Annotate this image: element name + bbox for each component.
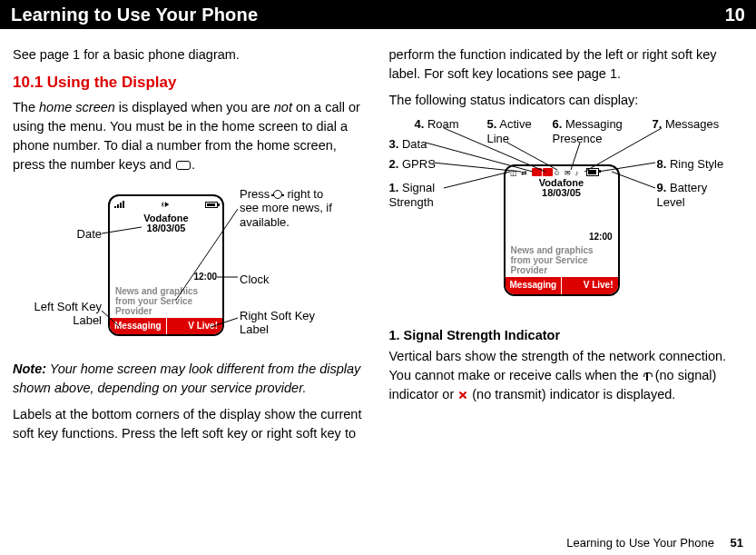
page-header: Learning to Use Your Phone 10 xyxy=(0,0,756,29)
label-7: 7. Messages xyxy=(653,117,720,132)
signal-strength-paragraph: Vertical bars show the strength of the n… xyxy=(389,347,744,404)
phone-screen-2: ◫ ⇄ ☺ ✉ ♪ Vodafone 18/03/05 12:00 News a… xyxy=(504,164,620,296)
gprs-icon: ◫ xyxy=(510,168,520,176)
chapter-number: 10 xyxy=(725,5,745,25)
page-footer: Learning to Use Your Phone 51 xyxy=(566,536,743,550)
roam-icon xyxy=(532,168,542,176)
page-content: See page 1 for a basic phone diagram. 10… xyxy=(0,29,756,451)
home-screen-figure: 🕪 Vodafone 18/03/05 12:00 News and graph… xyxy=(13,182,368,354)
phone-news-ticker: News and graphics from your Service Prov… xyxy=(110,286,222,318)
no-transmit-icon xyxy=(457,391,468,400)
intro-text: See page 1 for a basic phone diagram. xyxy=(13,45,368,64)
active-line-icon xyxy=(543,168,553,176)
note-paragraph: Note: Your home screen may look differen… xyxy=(13,360,368,398)
label-4: 4. Roam xyxy=(415,117,459,132)
continue-paragraph: perform the function indicated by the le… xyxy=(389,45,744,84)
section-title: 10.1 Using the Display xyxy=(13,72,368,94)
phone-status-icons: ◫ ⇄ ☺ ✉ ♪ xyxy=(506,166,618,176)
data-icon: ⇄ xyxy=(521,168,531,176)
callout-clock: Clock xyxy=(240,273,270,287)
callout-left-softkey: Left Soft Key Label xyxy=(31,300,102,328)
display-paragraph: The home screen is displayed when you ar… xyxy=(13,98,368,174)
phone-softkey-bar: Messaging V Live! xyxy=(110,318,222,335)
label-5: 5. Active Line xyxy=(487,117,542,145)
nav-key-icon xyxy=(273,190,282,199)
ring-style-icon: ♪ xyxy=(575,168,585,176)
softkey-right-2: V Live! xyxy=(561,277,617,294)
phone-clock-2: 12:00 xyxy=(589,231,613,244)
no-signal-icon xyxy=(643,372,652,381)
callout-press-right: Press right to see more news, if availab… xyxy=(240,187,339,230)
label-1: 1. Signal Strength xyxy=(389,181,444,209)
footer-text: Learning to Use Your Phone xyxy=(566,536,714,550)
subsection-title: 1. Signal Strength Indicator xyxy=(389,326,744,345)
phone-body-2: 12:00 xyxy=(506,198,618,245)
label-8: 8. Ring Style xyxy=(657,157,724,172)
label-6: 6. Messaging Presence xyxy=(553,117,625,145)
battery-icon xyxy=(205,202,218,208)
messages-icon: ✉ xyxy=(565,168,574,176)
label-2: 2. GPRS xyxy=(389,157,436,172)
left-column: See page 1 for a basic phone diagram. 10… xyxy=(13,45,368,451)
softkey-right: V Live! xyxy=(166,318,222,335)
header-title: Learning to Use Your Phone xyxy=(11,5,258,25)
phone-brand-date: Vodafone 18/03/05 xyxy=(110,213,222,233)
callout-date: Date xyxy=(56,227,102,242)
phone-clock: 12:00 xyxy=(193,271,217,284)
phone-brand-date-2: Vodafone 18/03/05 xyxy=(506,178,618,198)
svg-line-5 xyxy=(444,172,510,188)
presence-icon: ☺ xyxy=(554,168,564,176)
call-key-icon xyxy=(176,161,191,170)
footer-page-number: 51 xyxy=(731,536,743,550)
battery-icon-2 xyxy=(586,168,599,176)
right-column: perform the function indicated by the le… xyxy=(389,45,744,451)
label-3: 3. Data xyxy=(389,137,427,152)
phone-status-bar: 🕪 xyxy=(110,196,222,212)
signal-bars-icon xyxy=(114,201,124,208)
status-intro: The following status indicators can disp… xyxy=(389,91,744,110)
sound-icon: 🕪 xyxy=(161,199,169,211)
softkey-left: Messaging xyxy=(110,318,166,335)
phone-screen: 🕪 Vodafone 18/03/05 12:00 News and graph… xyxy=(108,194,224,337)
phone-softkey-bar-2: Messaging V Live! xyxy=(506,277,618,294)
callout-right-softkey: Right Soft Key Label xyxy=(240,309,339,337)
status-indicator-figure: ◫ ⇄ ☺ ✉ ♪ Vodafone 18/03/05 12:00 News a… xyxy=(389,117,744,317)
phone-news-2: News and graphics from your Service Prov… xyxy=(506,245,618,277)
phone-body: 12:00 xyxy=(110,233,222,286)
softkey-paragraph: Labels at the bottom corners of the disp… xyxy=(13,405,368,443)
softkey-left-2: Messaging xyxy=(506,277,562,294)
label-9: 9. Battery Level xyxy=(657,181,712,209)
